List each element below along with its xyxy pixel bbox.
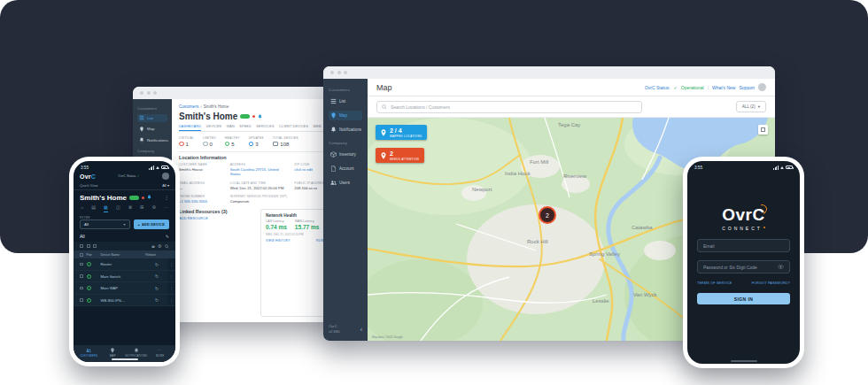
device-filter-dropdown[interactable]: All ▾ <box>80 219 130 229</box>
tab-devices-icon[interactable]: ▦ <box>104 204 108 212</box>
tab-settings-icon[interactable]: ⚙ <box>151 204 155 212</box>
tab-dashboard[interactable]: Dashboard <box>179 125 201 131</box>
nav-customers[interactable]: Customers <box>77 348 101 358</box>
row-menu[interactable]: ⋮ <box>167 282 175 294</box>
sidebar-item-map[interactable]: Map <box>137 125 167 133</box>
sidebar-item-account[interactable]: Account <box>329 164 362 173</box>
search-input[interactable] <box>391 104 637 110</box>
tab-client-devices[interactable]: Client Devices <box>279 125 308 131</box>
password-input[interactable] <box>703 265 774 270</box>
row-menu[interactable]: ⋮ <box>167 295 175 306</box>
sign-in-button[interactable]: SIGN IN <box>697 293 790 304</box>
clear-select-icon[interactable] <box>93 244 97 248</box>
gear-icon[interactable]: ⚙ <box>158 244 161 249</box>
table-row[interactable]: ✓ Router ↻ ⋮ <box>74 258 175 271</box>
terms-link[interactable]: TERMS OF SERVICE <box>697 281 732 285</box>
table-row[interactable]: ✓ WB-800-IPS-... ↻ ⋮ <box>74 295 175 307</box>
sidebar-item-users[interactable]: Users <box>329 178 362 188</box>
field-isp: Internet Service Provider (ISP)Comporium <box>230 195 288 204</box>
forgot-password-link[interactable]: FORGOT PASSWORD? <box>752 281 790 285</box>
view-history-link[interactable]: VIEW HISTORY <box>266 239 291 243</box>
row-checkbox[interactable] <box>80 298 83 302</box>
device-name[interactable]: WB-800-IPS-... <box>101 298 147 303</box>
quick-view-link[interactable]: Quick View <box>80 183 97 188</box>
multi-select-icon[interactable] <box>87 244 90 248</box>
ovrc-status-link[interactable]: OvrC Status: <box>645 85 670 90</box>
row-checkbox[interactable] <box>80 274 83 278</box>
notification-bell-icon[interactable] <box>147 195 151 200</box>
tab-rooms-icon[interactable]: ◫ <box>116 204 120 212</box>
row-menu[interactable]: ⋮ <box>167 271 175 282</box>
chevron-down-icon: ▾ <box>758 104 760 109</box>
device-name[interactable]: Main Switch <box>101 274 147 279</box>
needs-attention-chip[interactable]: 2 NEEDS ATTENTION <box>376 148 424 163</box>
quick-filter-dropdown[interactable]: All ▾ <box>162 183 169 188</box>
mapped-locations-chip[interactable]: 2 / 4 MAPPED LOCATIONS <box>376 125 427 140</box>
row-checkbox[interactable] <box>80 263 83 266</box>
kebab-menu-icon[interactable]: ⋮ <box>164 195 169 200</box>
eye-icon[interactable] <box>778 265 784 269</box>
cluster-marker[interactable]: 2 <box>539 207 555 223</box>
avatar[interactable] <box>162 173 169 180</box>
location-filter-dropdown[interactable]: ALL (2) ▾ <box>736 101 766 112</box>
nav-map[interactable]: Map <box>101 348 125 358</box>
status-operational: Operational <box>681 85 704 90</box>
tab-devices[interactable]: Devices <box>206 125 222 131</box>
close-window-button[interactable] <box>140 91 143 95</box>
tab-grid-icon[interactable]: ⊞ <box>140 204 143 212</box>
maximize-window-button[interactable] <box>153 91 157 95</box>
table-row[interactable]: ✓ Main Switch ↻ ⋮ <box>74 271 175 283</box>
sidebar-item-notifications[interactable]: Notifications <box>329 125 362 135</box>
device-name[interactable]: Router <box>101 262 147 266</box>
search-icon[interactable] <box>165 244 169 249</box>
password-field[interactable] <box>697 260 790 273</box>
row-menu[interactable]: ⋮ <box>167 258 175 270</box>
tab-services[interactable]: Services <box>256 125 274 131</box>
phone-mockup-login: 3:55 OvrC CONNECT TERMS OF SERV <box>683 157 804 368</box>
reboot-icon[interactable]: ↻ <box>150 273 164 279</box>
tab-more-icon[interactable]: ⋯ <box>164 204 168 212</box>
stat-total-devices: Total Devices 108 <box>273 136 298 147</box>
table-row[interactable]: ✓ Main WAP ↻ ⋮ <box>74 282 175 295</box>
search-box[interactable] <box>376 101 642 113</box>
tab-speed[interactable]: Speed <box>239 125 252 131</box>
sidebar-item-inventory[interactable]: Inventory <box>329 150 362 159</box>
nav-notifications[interactable]: Notifications <box>125 348 149 358</box>
tab-services-icon[interactable]: ≣ <box>128 204 132 212</box>
svg-text:Rock Hill: Rock Hill <box>527 239 548 244</box>
close-window-button[interactable] <box>330 71 334 74</box>
tab-list-icon[interactable]: ▤ <box>91 204 96 212</box>
add-resource-link[interactable]: ADD RESOURCE <box>179 217 253 220</box>
minimize-window-button[interactable] <box>147 91 151 95</box>
fullscreen-control[interactable] <box>758 125 768 135</box>
reboot-icon[interactable]: ↻ <box>150 286 164 291</box>
select-icon[interactable] <box>80 244 83 248</box>
tab-web[interactable]: Web <box>314 125 322 131</box>
minimize-window-button[interactable] <box>337 71 341 74</box>
select-all-checkbox[interactable] <box>80 253 83 257</box>
email-input[interactable] <box>703 243 784 249</box>
reboot-icon[interactable]: ↻ <box>150 262 164 267</box>
list-view-icon[interactable]: ≣ <box>151 244 155 249</box>
sidebar-item-list[interactable]: List <box>137 114 167 122</box>
sidebar-item-map[interactable]: Map <box>329 111 362 120</box>
sidebar-collapse-icon[interactable]: ‹ <box>360 326 362 334</box>
support-link[interactable]: Support <box>739 85 755 90</box>
tab-home-icon[interactable]: ⌂ <box>81 204 83 212</box>
notification-bell-icon[interactable] <box>258 114 262 119</box>
status-pill-good <box>129 196 139 200</box>
nav-more[interactable]: ⋯ More <box>148 348 172 358</box>
tab-wan[interactable]: WAN <box>227 125 235 131</box>
add-device-button[interactable]: + ADD DEVICE <box>134 219 169 229</box>
whats-new-link[interactable]: What's New <box>712 85 736 90</box>
email-field[interactable] <box>697 239 790 252</box>
sidebar-item-notifications[interactable]: Notifications <box>137 136 167 144</box>
maximize-window-button[interactable] <box>344 71 347 74</box>
reboot-icon[interactable]: ↻ <box>150 297 164 303</box>
sidebar-item-list[interactable]: List <box>329 96 362 106</box>
avatar[interactable] <box>758 83 766 91</box>
edit-icon[interactable]: ✎ <box>166 234 169 239</box>
device-name[interactable]: Main WAP <box>101 286 147 290</box>
row-checkbox[interactable] <box>80 287 83 290</box>
breadcrumb-customers-link[interactable]: Customers <box>179 104 198 109</box>
